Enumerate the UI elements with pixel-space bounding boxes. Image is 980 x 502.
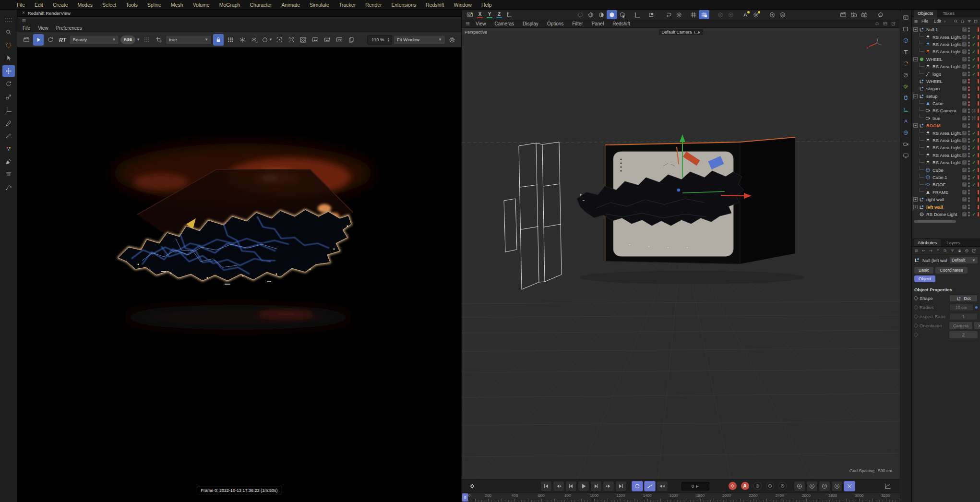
key-parameter-toggle[interactable] — [831, 481, 843, 491]
aov-select[interactable]: Beauty▼ — [69, 35, 119, 45]
snap-grid-icon[interactable] — [688, 10, 699, 19]
record-keyframe-button[interactable] — [727, 481, 738, 491]
menu-render[interactable]: Render — [361, 1, 386, 9]
property-field[interactable]: 1 — [949, 313, 978, 320]
menu-extensions[interactable]: Extensions — [387, 1, 420, 9]
axis-gizmo[interactable]: x — [864, 36, 884, 52]
edit-toggle[interactable] — [962, 42, 967, 47]
pop-out-icon[interactable] — [891, 21, 896, 26]
tree-row[interactable]: logo✓ — [912, 70, 980, 77]
image-add-icon[interactable] — [322, 34, 333, 46]
shading-dotted-icon[interactable] — [575, 10, 586, 19]
lock-x-button[interactable]: X — [475, 10, 485, 19]
tree-row[interactable]: −Null.1 — [912, 26, 980, 33]
snapshot-a-icon[interactable] — [237, 34, 248, 46]
play-button[interactable] — [578, 481, 589, 491]
prev-key-button[interactable] — [553, 481, 564, 491]
enabled-check-icon[interactable]: ✓ — [971, 167, 977, 173]
timeline-ruler[interactable]: 0200400600800100012001400160018002000220… — [462, 492, 900, 502]
enabled-check-icon[interactable]: ✓ — [971, 35, 977, 40]
keyframe-mode-toggle[interactable] — [644, 481, 656, 491]
mode-tab-object[interactable]: Object — [914, 275, 935, 282]
current-frame-field[interactable]: 0 F — [681, 482, 709, 490]
globe-icon[interactable] — [901, 128, 911, 137]
tree-row[interactable]: RS Area Light.8✓ — [912, 41, 980, 48]
shading-half-icon[interactable] — [596, 10, 607, 19]
edit-toggle[interactable] — [962, 168, 967, 172]
zoom-level-field[interactable]: 110 % ▲▼ — [367, 35, 392, 45]
menu-edit[interactable]: Edit — [30, 1, 48, 9]
dither-icon[interactable] — [142, 34, 152, 46]
panel-menu-icon[interactable] — [21, 18, 27, 24]
pen-tool[interactable] — [2, 117, 15, 129]
enabled-check-icon[interactable]: ✓ — [971, 57, 977, 62]
enabled-check-icon[interactable]: ✓ — [971, 153, 977, 158]
tree-row[interactable]: RS Area Light.3✓ — [912, 48, 980, 55]
mode-tab-coordinates[interactable]: Coordinates — [935, 267, 968, 274]
enabled-check-icon[interactable]: ✓ — [971, 42, 977, 47]
expand-icon[interactable]: + — [913, 197, 918, 202]
visibility-dots[interactable] — [968, 64, 970, 69]
tree-row[interactable]: RS Area Light.6✓ — [912, 152, 980, 159]
visibility-dots[interactable] — [968, 72, 970, 76]
visibility-dots[interactable] — [968, 167, 970, 172]
renderview-tab[interactable]: Redshift RenderView — [28, 11, 71, 16]
vp-menu-options[interactable]: Options — [543, 21, 567, 27]
edit-toggle[interactable] — [962, 101, 967, 106]
goto-end-button[interactable] — [615, 481, 627, 491]
visibility-dots[interactable] — [968, 101, 970, 106]
image-pv-icon[interactable]: PV — [334, 34, 345, 46]
snap-lock-icon[interactable] — [699, 10, 709, 19]
edit-toggle[interactable] — [962, 182, 967, 187]
enabled-check-icon[interactable]: ✓ — [971, 160, 977, 165]
edit-toggle[interactable] — [962, 153, 967, 157]
edit-toggle[interactable] — [962, 35, 967, 39]
edit-toggle[interactable] — [962, 86, 967, 91]
filter-icon[interactable] — [967, 19, 972, 24]
edit-toggle[interactable] — [962, 123, 967, 128]
menu-character[interactable]: Character — [245, 1, 276, 9]
cube-tool-icon[interactable] — [901, 36, 911, 45]
property-button-z[interactable]: Z — [949, 331, 978, 338]
preset-select[interactable]: Default ▼ — [949, 256, 978, 264]
visibility-dots[interactable] — [968, 197, 970, 202]
fit-mode-select[interactable]: Fit Window ▼ — [394, 35, 445, 45]
normal-move-icon[interactable] — [767, 10, 777, 19]
viewport-settings-icon[interactable] — [674, 10, 684, 19]
display-strip-icon[interactable] — [901, 151, 911, 160]
camera-strip-icon[interactable] — [901, 139, 911, 149]
text-tool-icon[interactable] — [901, 47, 911, 57]
property-button-x[interactable]: X — [974, 322, 980, 329]
enabled-check-icon[interactable]: ✓ — [971, 64, 977, 69]
brush-tool[interactable] — [2, 156, 15, 167]
goto-start-button[interactable] — [540, 481, 552, 491]
objects-menu-edit[interactable]: Edit — [932, 18, 944, 24]
menu-tracker[interactable]: Tracker — [335, 1, 360, 9]
ruler-icon[interactable] — [901, 105, 911, 114]
visibility-dots[interactable] — [968, 116, 970, 120]
visibility-dots[interactable] — [968, 182, 970, 187]
tree-row[interactable]: true — [912, 115, 980, 122]
layout-panel-icon[interactable] — [901, 12, 911, 22]
visibility-dots[interactable] — [968, 212, 970, 216]
rt-toggle[interactable]: RT — [57, 37, 68, 43]
tree-row[interactable]: +right wall — [912, 196, 980, 203]
modeling-settings-icon[interactable] — [751, 10, 761, 19]
copy-page-icon[interactable] — [346, 34, 357, 46]
image-icon[interactable] — [310, 34, 321, 46]
render-view-icon[interactable] — [838, 10, 849, 19]
tree-row[interactable]: Cube✓ — [912, 166, 980, 173]
collapse-icon[interactable]: − — [913, 123, 918, 128]
menu-file[interactable]: File — [12, 1, 29, 9]
visibility-dots[interactable] — [968, 35, 970, 39]
shading-options-icon[interactable] — [617, 10, 628, 19]
enabled-check-icon[interactable]: ✓ — [971, 175, 977, 180]
focus-pick-icon[interactable] — [274, 34, 285, 46]
zoom-stepper-icon[interactable]: ▲▼ — [387, 37, 390, 42]
menu-simulate[interactable]: Simulate — [305, 1, 334, 9]
edit-icon[interactable] — [971, 248, 977, 253]
tree-row[interactable]: Cube.1✓ — [912, 174, 980, 181]
tree-row[interactable]: RS Area Light.5✓ — [912, 137, 980, 144]
tree-horizontal-scrollbar[interactable] — [914, 220, 956, 223]
back-icon[interactable] — [921, 248, 926, 253]
